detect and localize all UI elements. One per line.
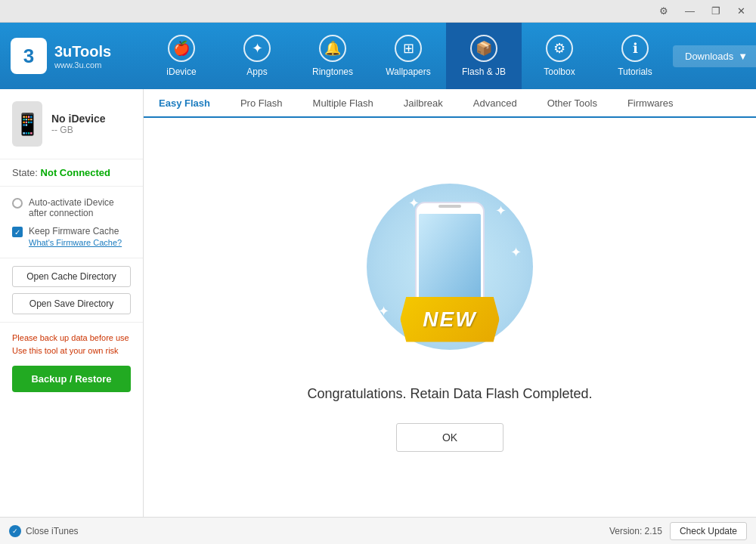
apps-label: Apps (246, 66, 267, 77)
svg-rect-3 (438, 205, 461, 208)
content-area: 📱 No iDevice -- GB State: Not Connected … (0, 89, 756, 517)
toolbox-label: Toolbox (544, 66, 575, 77)
sub-tabs: Easy Flash Pro Flash Multiple Flash Jail… (144, 89, 756, 118)
flash-icon: 📦 (470, 35, 497, 62)
itunes-label: Close iTunes (26, 526, 79, 536)
downloads-button[interactable]: Downloads ▼ (673, 45, 756, 67)
main-content: Easy Flash Pro Flash Multiple Flash Jail… (144, 89, 756, 517)
open-cache-button[interactable]: Open Cache Directory (12, 266, 131, 287)
header: 3 3uTools www.3u.com 🍎 iDevice ✦ Apps 🔔 … (0, 23, 756, 89)
tab-multiple-flash[interactable]: Multiple Flash (298, 89, 389, 118)
tab-jailbreak[interactable]: Jailbreak (389, 89, 458, 118)
tutorials-label: Tutorials (618, 66, 652, 77)
flash-label: Flash & JB (462, 66, 506, 77)
device-info: 📱 No iDevice -- GB (0, 89, 143, 159)
nav-apps[interactable]: ✦ Apps (219, 23, 295, 89)
bottom-right: Version: 2.15 Check Update (609, 522, 747, 540)
restore-icon[interactable]: ❐ (707, 4, 725, 18)
app-name: 3uTools (54, 43, 111, 60)
firmware-cache-label: Keep Firmware Cache (29, 226, 122, 236)
minimize-icon[interactable]: — (680, 4, 699, 18)
wallpapers-label: Wallpapers (386, 66, 431, 77)
ringtones-icon: 🔔 (319, 35, 346, 62)
bottom-bar: ✓ Close iTunes Version: 2.15 Check Updat… (0, 517, 756, 544)
state-row: State: Not Connected (0, 159, 143, 187)
firmware-text: Keep Firmware Cache What's Firmware Cach… (29, 226, 122, 247)
nav-toolbox[interactable]: ⚙ Toolbox (522, 23, 597, 89)
dir-buttons: Open Cache Directory Open Save Directory (0, 258, 143, 323)
tutorials-icon: ℹ (621, 35, 649, 62)
logo-area: 3 3uTools www.3u.com (0, 38, 144, 74)
auto-activate-radio[interactable] (12, 198, 23, 209)
wallpapers-icon: ⊞ (395, 35, 422, 62)
nav-tutorials[interactable]: ℹ Tutorials (597, 23, 673, 89)
tab-advanced[interactable]: Advanced (458, 89, 532, 118)
app-url: www.3u.com (54, 60, 111, 70)
toolbox-icon: ⚙ (546, 35, 573, 62)
state-value: Not Connected (41, 167, 110, 178)
nav-items: 🍎 iDevice ✦ Apps 🔔 Ringtones ⊞ Wallpaper… (144, 23, 673, 89)
tab-other-tools[interactable]: Other Tools (532, 89, 612, 118)
title-bar: ⚙ — ❐ ✕ (0, 0, 756, 23)
device-storage: -- GB (51, 125, 106, 135)
warning-text: Please back up data before use Use this … (0, 323, 143, 366)
tab-pro-flash[interactable]: Pro Flash (225, 89, 298, 118)
firmware-cache-checkbox[interactable]: ✓ (12, 227, 23, 237)
logo-text: 3uTools www.3u.com (54, 43, 111, 70)
device-details: No iDevice -- GB (51, 113, 106, 135)
nav-wallpapers[interactable]: ⊞ Wallpapers (370, 23, 446, 89)
sidebar: 📱 No iDevice -- GB State: Not Connected … (0, 89, 144, 517)
apps-icon: ✦ (243, 35, 271, 62)
flash-content-area: ✦ ✦ ✦ ✦ (144, 118, 756, 517)
bottom-left: ✓ Close iTunes (9, 525, 79, 537)
ringtones-label: Ringtones (312, 66, 353, 77)
warning-line2: Use this tool at your own risk (12, 345, 131, 357)
sparkle-3: ✦ (510, 244, 522, 261)
state-label: State: (12, 167, 38, 178)
sidebar-options: Auto-activate iDevice after connection ✓… (0, 187, 143, 258)
idevice-label: iDevice (166, 66, 196, 77)
ok-button[interactable]: OK (396, 423, 503, 452)
illustration: ✦ ✦ ✦ ✦ (367, 184, 533, 365)
itunes-icon: ✓ (9, 525, 21, 537)
new-banner: NEW (400, 297, 499, 342)
idevice-icon: 🍎 (168, 35, 195, 62)
downloads-label: Downloads (685, 51, 733, 62)
nav-idevice[interactable]: 🍎 iDevice (144, 23, 219, 89)
svg-rect-2 (419, 214, 481, 301)
logo-icon: 3 (11, 38, 47, 74)
backup-restore-button[interactable]: Backup / Restore (12, 366, 131, 392)
device-icon: 📱 (12, 101, 42, 147)
congrats-text: Congratulations. Retain Data Flash Compl… (307, 386, 592, 402)
nav-flash[interactable]: 📦 Flash & JB (446, 23, 522, 89)
check-update-button[interactable]: Check Update (670, 522, 747, 540)
firmware-cache-link[interactable]: What's Firmware Cache? (29, 238, 122, 247)
warning-line1: Please back up data before use (12, 332, 131, 345)
tab-firmwares[interactable]: Firmwares (612, 89, 689, 118)
settings-icon[interactable]: ⚙ (655, 4, 673, 18)
sparkle-2: ✦ (495, 202, 507, 219)
open-save-button[interactable]: Open Save Directory (12, 293, 131, 314)
sparkle-4: ✦ (378, 303, 389, 320)
version-text: Version: 2.15 (609, 526, 662, 536)
close-icon[interactable]: ✕ (733, 4, 750, 18)
firmware-cache-option[interactable]: ✓ Keep Firmware Cache What's Firmware Ca… (12, 226, 131, 247)
nav-ringtones[interactable]: 🔔 Ringtones (295, 23, 370, 89)
auto-activate-label: Auto-activate iDevice after connection (29, 197, 131, 218)
auto-activate-option[interactable]: Auto-activate iDevice after connection (12, 197, 131, 218)
device-name: No iDevice (51, 113, 106, 125)
tab-easy-flash[interactable]: Easy Flash (144, 89, 225, 118)
downloads-chevron-icon: ▼ (738, 51, 748, 62)
